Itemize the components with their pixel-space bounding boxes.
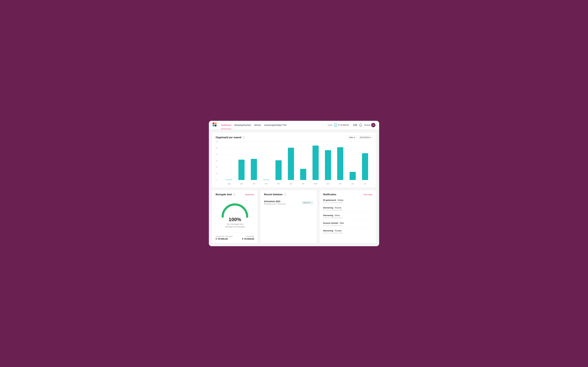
filter-alles[interactable]: Alles ▾ [347,135,357,139]
bar [362,153,368,180]
bar-group[interactable] [334,142,346,180]
notif-main: Incasso mislukt - Mike [323,222,372,224]
beoogde-title: Beoogde doel [216,193,232,196]
notif-sub: di 11:41 • Schoolreis 2023 [323,209,372,211]
beoogde-info-icon[interactable]: i [233,193,235,196]
collected-label: Opgehaald [242,235,254,237]
edit-button[interactable]: Bewerken [245,193,254,196]
nav-right: Help € € 78.928,83 / 123 Sc [328,123,375,127]
bell-icon[interactable] [359,123,362,127]
beoogde-header: Beoogde doel i Bewerken [216,193,254,196]
nav-dashboard[interactable]: Dashboard [221,121,231,129]
x-label: aug [223,183,235,184]
show-all-button[interactable]: Toon alles [363,193,372,196]
help-link[interactable]: Help [328,124,332,126]
coins-display: € € 78.928,83 [334,123,349,127]
nav-divider: / [351,124,351,126]
gauge-percent: 100% [229,217,241,222]
nav-aanwezigheidslijst[interactable]: Aanwezigheidslijst TSO [264,121,287,129]
school-selector[interactable]: School JV [364,123,375,127]
chart-info-icon[interactable]: i [242,136,245,139]
x-label: sep [235,183,248,184]
x-label: jan [285,183,297,184]
notif-item[interactable]: Incasso mislukt - Mikedi 11:41 • Schoolr… [323,220,372,228]
expected-value: € 70.000,00 [216,237,233,240]
beoogde-doel-card: Beoogde doel i Bewerken 100% [212,190,258,243]
x-axis: augsepoktnovdecjanfebmaaaprmeijunjul [222,183,372,184]
x-label: feb [297,183,310,184]
recent-item[interactable]: Schoolreis 2023 Betaalverzoek • Schoolre… [264,198,313,207]
nav-links: Dashboard Betaalopdrachten Beheer Aanwez… [221,121,324,129]
x-label: nov [260,183,272,184]
notif-item[interactable]: Stornering - Rosaliedi 11:41 • Schoolrei… [323,228,372,235]
notif-header: Notificaties Toon alles [323,193,372,196]
avatar: JV [371,123,375,127]
bar-group[interactable] [285,142,297,180]
notif-item[interactable]: Stornering - Elinordi 11:41 • Schoolreis… [323,213,372,220]
bar [226,180,232,180]
recent-title: Recent bekeken [264,193,283,196]
notif-main: Stornering - Rosalie [323,230,372,232]
recent-title-area: Recent bekeken i [264,193,286,196]
x-label: dec [272,183,285,184]
recent-card: Recent bekeken i Schoolreis 2023 Betaalv… [260,190,317,243]
x-label: jun [346,183,359,184]
filter-year[interactable]: 2022/2023 ▾ [358,135,372,139]
logo[interactable] [213,123,217,128]
recent-info-icon[interactable]: i [284,193,286,196]
bar [276,160,282,180]
notif-sub: di 11:41 • Schoolreis 2023 [323,225,372,226]
coins-count: 123 [353,124,357,126]
bottom-row: Beoogde doel i Bewerken 100% [212,190,376,243]
bar-group[interactable] [248,142,260,180]
gauge-desc: Van je beoogde doel ontvangen dit school… [225,223,245,228]
beoogde-title-area: Beoogde doel i [216,193,235,196]
recent-item-badge[interactable]: afgerond › [302,201,313,204]
gauge-container: 100% Van je beoogde doel ontvangen dit s… [216,198,254,230]
bar [300,169,306,180]
bar [325,150,331,180]
bar [312,146,319,180]
svg-rect-2 [213,125,214,126]
chart-title-area: Opgehaald per maand i [216,136,245,139]
recent-item-title: Schoolreis 2023 [264,200,286,203]
device-frame: Dashboard Betaalopdrachten Beheer Aanwez… [205,117,383,250]
bar-group[interactable] [346,142,359,180]
x-label: okt [248,183,260,184]
recent-item-info: Schoolreis 2023 Betaalverzoek • Schoolre… [264,200,286,205]
bar-group[interactable] [272,142,285,180]
notif-item[interactable]: €5 gedoneerd - Bobbydi 11:41 • Schoolrei… [323,197,372,205]
bar-group[interactable] [359,142,371,180]
notif-main: €5 gedoneerd - Bobby [323,199,372,201]
goal-stats: Verwacht te ontvangen € 70.000,00 Opgeha… [216,233,254,240]
svg-text:€: € [335,125,336,126]
nav-betaalopdrachten[interactable]: Betaalopdrachten [234,121,251,129]
chart-header: Opgehaald per maand i Alles ▾ 2022/2023 … [216,135,372,139]
bar-group[interactable] [310,142,322,180]
bar [350,172,356,180]
svg-rect-3 [215,125,216,126]
x-label: maa [310,183,322,184]
bar [263,180,269,180]
notificaties-card: Notificaties Toon alles €5 gedoneerd - B… [320,190,376,243]
nav-bar: Dashboard Betaalopdrachten Beheer Aanwez… [209,121,379,129]
bars-container [222,142,372,180]
school-label: School [364,124,370,126]
coins-amount: € 78.928,83 [338,124,349,126]
bar-group[interactable] [297,142,310,180]
x-label: jul [359,183,371,184]
bar-group[interactable] [223,142,235,180]
notif-list: €5 gedoneerd - Bobbydi 11:41 • Schoolrei… [323,197,372,235]
collected-value: € 78.928,83 [242,237,254,240]
recent-item-sub: Betaalverzoek • Schoolreis [264,203,286,205]
bar-group[interactable] [322,142,334,180]
notif-sub: di 11:41 • Schoolreis 2023 [323,217,372,219]
notif-main: Stornering - Ronnie [323,207,372,209]
bar-group[interactable] [260,142,272,180]
bar-group[interactable] [235,142,248,180]
gauge-svg [220,201,250,218]
app-container: Dashboard Betaalopdrachten Beheer Aanwez… [209,121,379,246]
notif-item[interactable]: Stornering - Ronniedi 11:41 • Schoolreis… [323,205,372,213]
goal-expected: Verwacht te ontvangen € 70.000,00 [216,235,233,240]
nav-beheer[interactable]: Beheer [254,121,261,129]
